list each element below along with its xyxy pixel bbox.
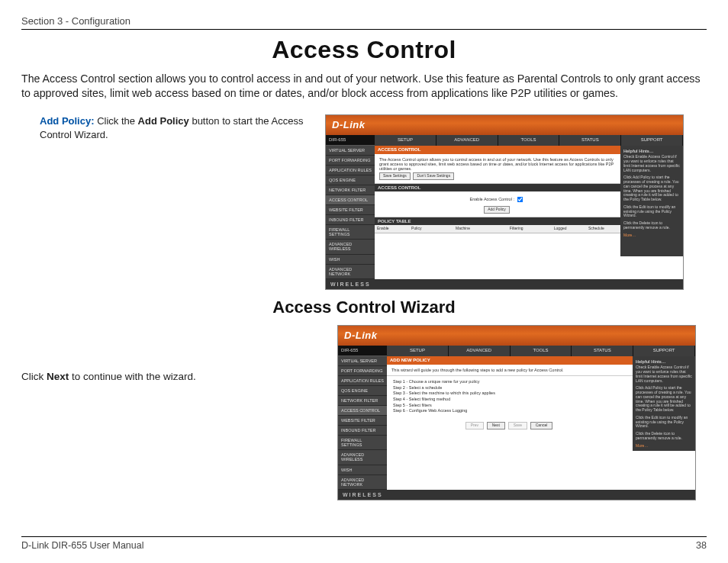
nav-network-filter[interactable]: NETWORK FILTER bbox=[326, 185, 375, 195]
wiz-save-button: Save bbox=[508, 422, 527, 429]
tab-tools[interactable]: TOOLS bbox=[498, 135, 560, 146]
wiz-after: to continue with the wizard. bbox=[69, 371, 196, 382]
wiz-step-6: Step 6 - Configure Web Access Logging bbox=[393, 408, 627, 414]
add-policy-label: Add Policy: bbox=[40, 115, 95, 127]
ss2-desc: This wizard will guide you through the f… bbox=[387, 365, 633, 376]
add-policy-button[interactable]: Add Policy bbox=[484, 206, 510, 214]
tab2-support[interactable]: SUPPORT bbox=[633, 346, 695, 356]
ss1-hints: Helpful Hints… Check Enable Access Contr… bbox=[620, 146, 683, 256]
hints-title: Helpful Hints… bbox=[623, 149, 680, 153]
wiz-step-2: Step 2 - Select a schedule bbox=[393, 385, 627, 391]
tab-support[interactable]: SUPPORT bbox=[621, 135, 683, 146]
nav-application-rules[interactable]: APPLICATION RULES bbox=[326, 166, 375, 175]
ss1-footer: WIRELESS bbox=[326, 279, 683, 290]
wiz-before: Click bbox=[21, 371, 47, 382]
nav2-application-rules[interactable]: APPLICATION RULES bbox=[338, 376, 387, 386]
nav-firewall-settings[interactable]: FIREWALL SETTINGS bbox=[326, 225, 375, 240]
nav-advanced-network[interactable]: ADVANCED NETWORK bbox=[326, 265, 375, 279]
add-policy-text-before: Click the bbox=[97, 115, 137, 127]
ss1-model: DIR-655 bbox=[326, 135, 375, 146]
nav2-firewall-settings[interactable]: FIREWALL SETTINGS bbox=[338, 436, 387, 450]
col-logged: Logged bbox=[552, 225, 586, 233]
tab2-setup[interactable]: SETUP bbox=[387, 346, 449, 356]
hint-3: Click the Edit icon to modify an existin… bbox=[623, 205, 680, 218]
add-policy-row: Add Policy: Click the Add Policy button … bbox=[40, 114, 707, 290]
col-machine: Machine bbox=[453, 225, 507, 233]
page-title: Access Control bbox=[21, 36, 707, 64]
nav-port-forwarding[interactable]: PORT FORWARDING bbox=[326, 156, 375, 166]
hint-2: Click Add Policy to start the processes … bbox=[623, 175, 680, 202]
nav-wish[interactable]: WISH bbox=[326, 255, 375, 265]
footer-left: D-Link DIR-655 User Manual bbox=[21, 540, 143, 551]
hint-1: Check Enable Access Control if you want … bbox=[623, 155, 680, 172]
ss1-desc: The Access Control option allows you to … bbox=[379, 157, 616, 171]
hint-4: Click the Delete icon to permanently rem… bbox=[623, 221, 680, 230]
hints-more[interactable]: More… bbox=[623, 233, 636, 237]
nav-advanced-wireless[interactable]: ADVANCED WIRELESS bbox=[326, 240, 375, 254]
tab2-status[interactable]: STATUS bbox=[572, 346, 633, 356]
nav2-advanced-network[interactable]: ADVANCED NETWORK bbox=[338, 475, 387, 490]
nav-website-filter[interactable]: WEBSITE FILTER bbox=[326, 205, 375, 215]
save-settings-button[interactable]: Save Settings bbox=[379, 172, 411, 180]
footer-page: 38 bbox=[696, 540, 707, 551]
ss2-topbar: D-Link bbox=[338, 326, 695, 346]
tab-setup[interactable]: SETUP bbox=[375, 135, 436, 146]
policy-table-body bbox=[375, 233, 620, 256]
intro-paragraph: The Access Control section allows you to… bbox=[21, 72, 707, 101]
nav2-virtual-server[interactable]: VIRTUAL SERVER bbox=[338, 356, 387, 366]
hint2-4: Click the Delete icon to permanently rem… bbox=[636, 432, 692, 441]
screenshot-access-control: D-Link DIR-655 VIRTUAL SERVER PORT FORWA… bbox=[325, 114, 684, 290]
col-enable: Enable bbox=[375, 225, 409, 233]
wiz-next-button[interactable]: Next bbox=[487, 422, 505, 429]
nav2-advanced-wireless[interactable]: ADVANCED WIRELESS bbox=[338, 450, 387, 465]
col-filtering: Filtering bbox=[507, 225, 552, 233]
ss2-panel-title: ADD NEW POLICY bbox=[387, 356, 633, 365]
wizard-subtitle: Access Control Wizard bbox=[21, 298, 707, 317]
dont-save-settings-button[interactable]: Don't Save Settings bbox=[413, 172, 454, 180]
policy-table-head: POLICY TABLE bbox=[375, 217, 620, 226]
nav2-wish[interactable]: WISH bbox=[338, 465, 387, 475]
ss1-tabs: SETUP ADVANCED TOOLS STATUS SUPPORT bbox=[375, 135, 683, 146]
tab-status[interactable]: STATUS bbox=[559, 135, 621, 146]
section-header: Section 3 - Configuration bbox=[21, 15, 707, 30]
wiz-cancel-button[interactable]: Cancel bbox=[530, 422, 553, 429]
nav2-qos-engine[interactable]: QOS ENGINE bbox=[338, 386, 387, 396]
col-policy: Policy bbox=[409, 225, 453, 233]
tab2-advanced[interactable]: ADVANCED bbox=[449, 346, 511, 356]
hints2-more[interactable]: More… bbox=[636, 443, 648, 448]
ss2-model: DIR-655 bbox=[338, 346, 387, 356]
wizard-row: Click Next to continue with the wizard. … bbox=[21, 325, 707, 500]
nav2-access-control[interactable]: ACCESS CONTROL bbox=[338, 406, 387, 416]
wiz-step-4: Step 4 - Select filtering method bbox=[393, 397, 627, 403]
nav2-website-filter[interactable]: WEBSITE FILTER bbox=[338, 416, 387, 426]
tab-advanced[interactable]: ADVANCED bbox=[436, 135, 498, 146]
hint2-2: Click Add Policy to start the processes … bbox=[636, 386, 692, 413]
ss2-tabs: SETUP ADVANCED TOOLS STATUS SUPPORT bbox=[387, 346, 695, 356]
ss1-panel-title: ACCESS CONTROL bbox=[375, 146, 620, 154]
nav2-port-forwarding[interactable]: PORT FORWARDING bbox=[338, 366, 387, 376]
enable-access-label: Enable Access Control : bbox=[470, 197, 514, 201]
ss2-footer: WIRELESS bbox=[338, 490, 695, 500]
ss1-section2: ACCESS CONTROL bbox=[375, 184, 620, 192]
ss1-topbar: D-Link bbox=[326, 115, 683, 135]
nav-inbound-filter[interactable]: INBOUND FILTER bbox=[326, 215, 375, 225]
nav-access-control[interactable]: ACCESS CONTROL bbox=[326, 195, 375, 205]
enable-access-checkbox[interactable] bbox=[517, 197, 523, 203]
add-policy-bold: Add Policy bbox=[138, 115, 189, 127]
wiz-bold: Next bbox=[47, 371, 69, 382]
nav2-network-filter[interactable]: NETWORK FILTER bbox=[338, 396, 387, 406]
nav-virtual-server[interactable]: VIRTUAL SERVER bbox=[326, 146, 375, 156]
policy-table-columns: Enable Policy Machine Filtering Logged S… bbox=[375, 225, 620, 233]
col-schedule: Schedule bbox=[586, 225, 620, 233]
nav2-inbound-filter[interactable]: INBOUND FILTER bbox=[338, 426, 387, 436]
add-policy-description: Add Policy: Click the Add Policy button … bbox=[40, 114, 314, 290]
wiz-step-3: Step 3 - Select the machine to which thi… bbox=[393, 391, 627, 397]
hints2-title: Helpful Hints… bbox=[636, 359, 692, 364]
ss2-sidebar: DIR-655 VIRTUAL SERVER PORT FORWARDING A… bbox=[338, 346, 387, 489]
ss1-sidebar: DIR-655 VIRTUAL SERVER PORT FORWARDING A… bbox=[326, 135, 375, 278]
dlink-logo: D-Link bbox=[332, 120, 365, 130]
tab2-tools[interactable]: TOOLS bbox=[511, 346, 572, 356]
nav-qos-engine[interactable]: QOS ENGINE bbox=[326, 175, 375, 185]
wiz-step-5: Step 5 - Select filters bbox=[393, 403, 627, 409]
wiz-step-1: Step 1 - Choose a unique name for your p… bbox=[393, 379, 627, 385]
